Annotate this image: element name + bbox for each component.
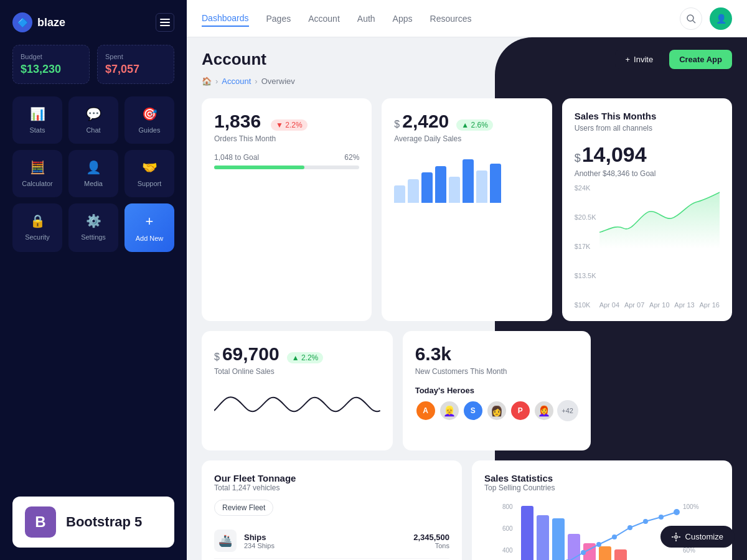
sidebar-item-add-new[interactable]: + Add New: [125, 203, 174, 252]
hero-avatar-1: A: [415, 400, 436, 421]
breadcrumb-overwiev: Overwiev: [261, 77, 295, 86]
date-apr13: Apr 13: [674, 301, 694, 309]
sidebar-item-settings-label: Settings: [81, 233, 106, 241]
svg-line-4: [693, 21, 695, 23]
sidebar-item-media[interactable]: 👤 Media: [68, 150, 118, 197]
sales-month-card: Sales This Months Users from all channel…: [562, 98, 732, 321]
sidebar-item-guides[interactable]: 🎯 Guides: [125, 96, 174, 144]
orders-goal-text: 1,048 to Goal: [214, 153, 259, 162]
sales-month-title: Sales This Months: [575, 111, 720, 121]
sidebar-item-stats-label: Stats: [29, 126, 45, 134]
budget-row: Budget $13,230 Spent $7,057: [12, 45, 174, 84]
nav-grid: 📊 Stats 💬 Chat 🎯 Guides 🧮 Calculator 👤 M…: [12, 96, 174, 252]
sales-big-currency: $: [575, 152, 581, 165]
media-icon: 👤: [86, 160, 101, 175]
spent-label: Spent: [105, 53, 166, 60]
hero-avatar-2: 👱‍♀️: [439, 400, 460, 421]
sidebar-item-calculator[interactable]: 🧮 Calculator: [12, 150, 62, 197]
svg-point-25: [596, 542, 601, 547]
bar-5: [449, 177, 460, 203]
orders-progress-bar: [214, 166, 359, 169]
logo-icon: 🔷: [12, 12, 32, 32]
invite-button[interactable]: + Invite: [615, 50, 663, 69]
svg-point-26: [612, 534, 617, 539]
orders-goal-pct: 62%: [344, 153, 359, 162]
svg-rect-11: [552, 518, 565, 560]
sidebar-item-calculator-label: Calculator: [22, 180, 53, 187]
spacer-card: [601, 331, 732, 450]
breadcrumb-account[interactable]: Account: [222, 77, 251, 86]
topnav-pages[interactable]: Pages: [266, 11, 291, 26]
topnav-resources[interactable]: Resources: [430, 11, 472, 26]
stats-grid: 1,836 ▼ 2.2% Orders This Month 1,048 to …: [202, 98, 732, 321]
bar-4: [435, 166, 446, 203]
chart-label-13k: $13.5K: [575, 272, 596, 279]
sales-stats-title: Sales Statistics: [484, 473, 720, 483]
chart-label-24k: $24K: [575, 184, 596, 192]
bar-3: [421, 172, 433, 203]
hero-avatar-3: S: [463, 400, 484, 421]
ships-name: Ships: [244, 533, 413, 542]
sales-line-chart: $24K $20.5K $17K $13.5K $10K: [575, 184, 720, 309]
chart-label-10k: $10K: [575, 301, 596, 309]
ships-value: 2,345,500 Tons: [413, 533, 449, 549]
support-icon: 🤝: [142, 160, 157, 175]
bar-6: [463, 159, 474, 203]
create-app-button[interactable]: Create App: [669, 50, 732, 69]
daily-sales-number: 2,420: [402, 111, 449, 132]
svg-text:100%: 100%: [683, 503, 699, 510]
sidebar-item-security[interactable]: 🔒 Security: [12, 203, 62, 252]
sidebar-item-chat[interactable]: 💬 Chat: [68, 96, 118, 144]
budget-value: $13,230: [21, 63, 82, 76]
fleet-card: Our Fleet Tonnage Total 1,247 vehicles R…: [202, 460, 462, 560]
topnav-account[interactable]: Account: [308, 11, 340, 26]
heroes-avatars: A 👱‍♀️ S 👩 P 👩‍🦰 +42: [415, 400, 578, 421]
topnav-apps[interactable]: Apps: [393, 11, 413, 26]
daily-sales-badge: ▲ 2.6%: [456, 119, 493, 131]
review-fleet-button[interactable]: Review Fleet: [214, 500, 273, 516]
online-sales-badge: ▲ 2.2%: [287, 352, 324, 363]
chart-x-labels: Apr 04 Apr 07 Apr 10 Apr 13 Apr 16: [599, 301, 720, 309]
topnav-auth[interactable]: Auth: [357, 11, 375, 26]
sidebar-item-stats[interactable]: 📊 Stats: [12, 96, 62, 144]
svg-text:800: 800: [502, 503, 513, 510]
svg-point-30: [674, 509, 680, 515]
topnav-links: Dashboards Pages Account Auth Apps Resou…: [202, 11, 471, 27]
sidebar-item-support[interactable]: 🤝 Support: [125, 150, 174, 197]
new-customers-number: 6.3k: [415, 343, 451, 365]
security-icon: 🔒: [30, 213, 45, 228]
breadcrumb-home-icon[interactable]: 🏠: [202, 77, 212, 86]
svg-text:400: 400: [502, 547, 513, 554]
svg-rect-2: [160, 25, 170, 26]
customize-button[interactable]: Customize: [660, 526, 735, 548]
hero-avatar-5: P: [510, 400, 531, 421]
guides-icon: 🎯: [142, 106, 157, 121]
ships-amount: 2,345,500: [413, 533, 449, 542]
orders-progress-row: 1,048 to Goal 62%: [214, 153, 359, 162]
sidebar-item-settings[interactable]: ⚙️ Settings: [68, 203, 118, 252]
svg-rect-1: [160, 22, 170, 23]
chart-label-20k: $20.5K: [575, 213, 596, 221]
logo: 🔷 blaze: [12, 12, 65, 32]
date-apr04: Apr 04: [599, 301, 619, 309]
svg-rect-14: [599, 546, 611, 560]
daily-sales-currency: $: [394, 119, 400, 130]
search-button[interactable]: [680, 7, 702, 30]
svg-point-29: [659, 515, 664, 520]
breadcrumb: 🏠 › Account › Overwiev: [202, 77, 732, 86]
fleet-title: Our Fleet Tonnage: [214, 473, 449, 483]
svg-point-3: [687, 15, 693, 21]
sidebar-menu-icon[interactable]: [156, 13, 174, 32]
bar-8: [490, 164, 501, 203]
stats-icon: 📊: [30, 106, 45, 121]
sidebar-item-add-new-label: Add New: [136, 235, 164, 242]
heroes-label: Today's Heroes: [415, 386, 578, 395]
topnav-dashboards[interactable]: Dashboards: [202, 11, 249, 27]
online-sales-card: $ 69,700 ▲ 2.2% Total Online Sales: [202, 331, 393, 450]
user-avatar[interactable]: 👤: [710, 7, 732, 30]
customize-icon: [672, 533, 680, 541]
orders-number: 1,836: [214, 111, 261, 132]
bootstrap-text: Bootstrap 5: [66, 514, 142, 530]
bootstrap-badge: B Bootstrap 5: [12, 497, 174, 548]
add-new-icon: +: [146, 213, 154, 230]
